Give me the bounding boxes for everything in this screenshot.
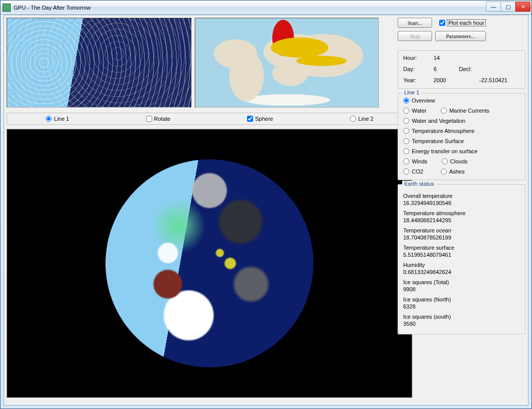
radio-overview-label: Overview — [412, 97, 435, 104]
map2-event-overlay — [195, 18, 378, 107]
stat-ice-south-value: 3580 — [403, 321, 520, 327]
stat-overall-temp-label: Overall temperature — [403, 193, 520, 199]
stat-humidity-label: Humidity — [403, 262, 520, 268]
radio-temp-atmosphere-input[interactable] — [403, 128, 409, 134]
checkbox-plot-each-hour-label: Plot each hour — [447, 20, 485, 26]
stat-temp-surface-value: 5.51995148079461 — [403, 252, 520, 258]
line1-group-title: Line 1 — [402, 89, 421, 95]
radio-line1-label: Line 1 — [54, 116, 69, 122]
radio-energy-transfer-label: Energy transfer on surface — [412, 148, 478, 154]
radio-marine-currents-label: Marine Currents — [449, 108, 489, 114]
right-panel: Start... Plot each hour Stop Parameters.… — [398, 18, 525, 334]
checkbox-sphere-label: Sphere — [255, 116, 273, 122]
radio-co2-input[interactable] — [403, 168, 409, 175]
radio-marine-currents[interactable]: Marine Currents — [441, 108, 489, 114]
stop-button[interactable]: Stop — [398, 31, 432, 41]
earth-status-title: Earth status — [402, 181, 436, 187]
radio-clouds[interactable]: Clouds — [442, 158, 468, 164]
globe-render — [105, 159, 313, 367]
stat-temp-ocean-value: 18.7040878526199 — [403, 234, 520, 241]
earth-status-group: Earth status Overall temperature16.32949… — [398, 184, 525, 334]
radio-co2-label: CO2 — [412, 168, 423, 175]
window-title: GPU - The Day After Tomorrow — [14, 5, 91, 11]
radio-line1[interactable]: Line 1 — [46, 116, 69, 122]
stat-temp-ocean-label: Temperature ocean — [403, 227, 520, 233]
parameters-button[interactable]: Parameters... — [435, 31, 486, 41]
start-button[interactable]: Start... — [398, 18, 432, 28]
titlebar[interactable]: GPU - The Day After Tomorrow — ▢ ✕ — [1, 1, 531, 15]
view-controls-bar: Line 1 Rotate Sphere Line 2 — [7, 113, 412, 125]
year-value: 2000 — [434, 77, 459, 83]
earth-status-list: Overall temperature16.3294949190548 Temp… — [403, 193, 520, 327]
radio-winds[interactable]: Winds — [403, 158, 428, 164]
radio-temp-surface-input[interactable] — [403, 138, 409, 144]
stat-ice-total-value: 9908 — [403, 286, 520, 292]
line1-options-group: Line 1 Overview Water Marine Currents Wa… — [398, 93, 525, 180]
checkbox-plot-each-hour[interactable]: Plot each hour — [439, 20, 485, 26]
checkbox-sphere[interactable]: Sphere — [247, 116, 273, 122]
radio-line1-input[interactable] — [46, 116, 52, 122]
radio-ashes-label: Ashes — [449, 168, 465, 175]
radio-temp-surface-label: Temperature Surface — [412, 138, 464, 144]
close-button[interactable]: ✕ — [515, 2, 530, 12]
radio-line2-input[interactable] — [350, 116, 356, 122]
stat-overall-temp-value: 16.3294949190548 — [403, 200, 520, 206]
radio-clouds-input[interactable] — [442, 158, 448, 164]
radio-marine-currents-input[interactable] — [441, 108, 447, 114]
close-icon: ✕ — [521, 4, 525, 10]
radio-water-vegetation-label: Water and Vegetation — [412, 118, 465, 124]
day-value: 6 — [434, 66, 459, 72]
stat-temp-atm-value: 18.4480882144295 — [403, 217, 520, 223]
checkbox-plot-each-hour-input[interactable] — [439, 20, 445, 26]
main-3d-view[interactable] — [7, 129, 412, 398]
radio-energy-transfer-input[interactable] — [403, 148, 409, 154]
radio-line2[interactable]: Line 2 — [350, 116, 374, 122]
radio-winds-input[interactable] — [403, 158, 409, 164]
radio-line2-label: Line 2 — [359, 116, 374, 122]
radio-co2[interactable]: CO2 — [403, 168, 423, 175]
checkbox-rotate[interactable]: Rotate — [146, 116, 170, 122]
radio-temp-atmosphere[interactable]: Temperature Atmosphere — [403, 128, 520, 134]
radio-overview-input[interactable] — [403, 97, 409, 104]
radio-ashes-input[interactable] — [441, 168, 447, 175]
radio-water-vegetation[interactable]: Water and Vegetation — [403, 118, 520, 124]
radio-overview[interactable]: Overview — [403, 97, 520, 104]
decl-value: -22.510421 — [479, 77, 520, 83]
hour-value: 14 — [434, 55, 459, 61]
decl-label: Decl: — [459, 66, 479, 72]
hour-label: Hour: — [403, 55, 434, 61]
minimize-button[interactable]: — — [486, 2, 501, 12]
map1-clouds-overlay — [7, 18, 191, 107]
radio-water-input[interactable] — [403, 108, 409, 114]
stat-temp-surface-label: Temperature surface — [403, 245, 520, 251]
stat-temp-atm-label: Temperature atmosphere — [403, 210, 520, 216]
checkbox-rotate-label: Rotate — [154, 116, 170, 122]
client-area: Line 1 Rotate Sphere Line 2 Start... — [4, 15, 528, 405]
maximize-icon: ▢ — [506, 4, 511, 10]
stat-ice-south-label: Ice squares (south) — [403, 314, 520, 320]
radio-temp-surface[interactable]: Temperature Surface — [403, 138, 520, 144]
radio-water[interactable]: Water — [403, 108, 427, 114]
radio-temp-atmosphere-label: Temperature Atmosphere — [412, 128, 475, 134]
stat-humidity-value: 0.68133249842624 — [403, 269, 520, 275]
day-label: Day: — [403, 66, 434, 72]
app-window: GPU - The Day After Tomorrow — ▢ ✕ Line … — [0, 0, 532, 409]
radio-ashes[interactable]: Ashes — [441, 168, 465, 175]
stat-ice-north-label: Ice squares (North) — [403, 296, 520, 302]
radio-water-vegetation-input[interactable] — [403, 118, 409, 124]
checkbox-rotate-input[interactable] — [146, 116, 152, 122]
minimize-icon: — — [491, 4, 496, 10]
map-overview-flat[interactable] — [7, 18, 192, 108]
year-label: Year: — [403, 77, 434, 83]
radio-water-label: Water — [412, 108, 427, 114]
maximize-button[interactable]: ▢ — [501, 2, 516, 12]
time-status-group: Hour: 14 Day: 6 Decl: Year: 2000 -22.510… — [398, 50, 525, 89]
radio-energy-transfer[interactable]: Energy transfer on surface — [403, 148, 520, 154]
radio-clouds-label: Clouds — [450, 158, 468, 164]
radio-winds-label: Winds — [412, 158, 428, 164]
map-secondary-flat[interactable] — [195, 18, 379, 108]
stat-ice-total-label: Ice squares (Total) — [403, 279, 520, 285]
checkbox-sphere-input[interactable] — [247, 116, 253, 122]
app-icon — [3, 4, 11, 12]
stat-ice-north-value: 6328 — [403, 303, 520, 310]
